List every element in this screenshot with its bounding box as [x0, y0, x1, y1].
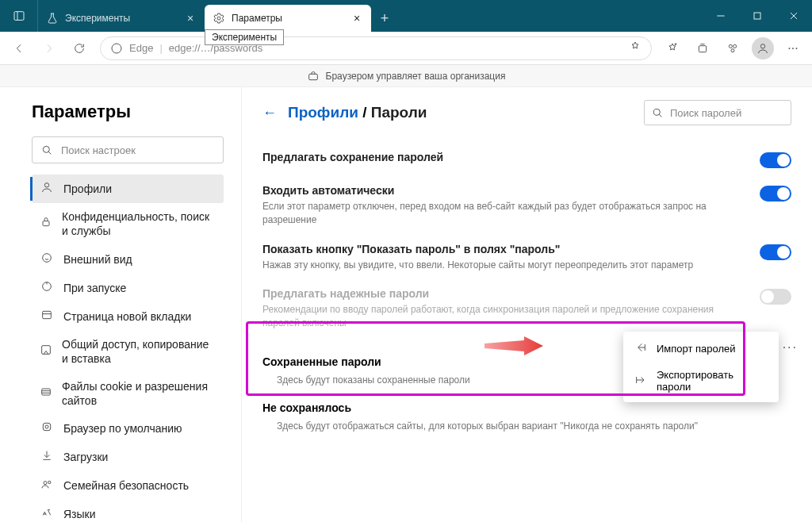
nav-icon — [40, 478, 54, 493]
nav-icon — [40, 386, 52, 401]
extensions-button[interactable] — [718, 36, 747, 61]
svg-point-33 — [44, 482, 47, 485]
managed-text: Браузером управляет ваша организация — [326, 71, 506, 82]
export-icon — [634, 374, 647, 389]
svg-rect-0 — [14, 12, 24, 21]
refresh-button[interactable] — [65, 36, 94, 61]
setting-row: Входить автоматическиЕсли этот параметр … — [262, 176, 791, 235]
reader-icon[interactable] — [629, 40, 642, 56]
nav-label: Страница новой вкладки — [63, 309, 191, 324]
nav-icon — [40, 420, 54, 436]
new-tab-button[interactable]: + — [371, 5, 398, 32]
titlebar: Эксперименты × Параметры × + — [0, 0, 812, 32]
close-icon[interactable]: × — [184, 12, 197, 25]
svg-point-13 — [733, 44, 737, 48]
close-icon[interactable]: × — [350, 12, 363, 25]
breadcrumb: ← Профили / Пароли Поиск паролей — [262, 100, 791, 125]
section-title: Не сохранялось — [262, 401, 791, 414]
search-icon — [651, 106, 664, 119]
sidebar-item[interactable]: Профили — [32, 175, 224, 203]
setting-row: Предлагать надежные паролиРекомендации п… — [262, 279, 791, 338]
annotation-arrow — [485, 336, 543, 355]
svg-point-31 — [45, 425, 48, 428]
setting-title: Предлагать надежные пароли — [262, 287, 728, 300]
nav-label: При запуске — [63, 281, 126, 295]
tab-actions-button[interactable] — [0, 0, 38, 32]
svg-point-21 — [43, 253, 52, 262]
svg-line-42 — [659, 114, 661, 117]
setting-desc: Рекомендации по вводу паролей работают, … — [262, 303, 728, 330]
setting-row: Показать кнопку "Показать пароль" в поля… — [262, 235, 791, 280]
svg-rect-4 — [754, 13, 760, 19]
toggle[interactable] — [760, 152, 791, 168]
menu-button[interactable]: ··· — [779, 36, 807, 61]
nav-icon — [40, 506, 54, 522]
import-passwords[interactable]: Импорт паролей — [623, 335, 779, 363]
sidebar-item[interactable]: Файлы cookie и разрешения сайтов — [32, 373, 224, 414]
tab-experiments[interactable]: Эксперименты × — [38, 5, 205, 32]
nav-icon — [40, 280, 54, 296]
nav-label: Конфиденциальность, поиск и службы — [62, 209, 216, 238]
close-button[interactable] — [776, 0, 812, 32]
svg-rect-16 — [308, 74, 317, 79]
settings-search[interactable]: Поиск настроек — [32, 136, 224, 163]
forward-button[interactable] — [35, 36, 63, 61]
svg-point-17 — [43, 146, 49, 152]
toggle[interactable] — [760, 244, 791, 260]
svg-point-41 — [653, 109, 660, 115]
nav-icon — [40, 309, 54, 324]
maximize-button[interactable] — [739, 0, 776, 32]
more-options-button[interactable]: ··· — [783, 340, 798, 355]
nav-icon — [40, 251, 54, 267]
favorites-button[interactable] — [658, 36, 687, 61]
svg-rect-24 — [43, 311, 52, 318]
setting-title: Показать кнопку "Показать пароль" в поля… — [262, 243, 728, 255]
tab-label: Параметры — [232, 13, 344, 24]
sidebar-item[interactable]: Браузер по умолчанию — [32, 414, 224, 443]
sidebar-item[interactable]: Страница новой вкладки — [32, 302, 224, 331]
nav-label: Браузер по умолчанию — [63, 421, 182, 436]
breadcrumb-current: Пароли — [371, 104, 427, 121]
tab-label: Эксперименты — [65, 13, 178, 24]
collections-button[interactable] — [688, 36, 717, 61]
svg-point-15 — [760, 44, 764, 48]
nav-label: Языки — [63, 507, 96, 521]
flask-icon — [46, 12, 59, 25]
sidebar-item[interactable]: Конфиденциальность, поиск и службы — [32, 203, 224, 244]
profile-button[interactable] — [749, 36, 777, 61]
svg-point-34 — [48, 482, 51, 484]
svg-point-14 — [731, 48, 734, 52]
window-controls — [703, 0, 812, 32]
svg-point-2 — [217, 17, 220, 20]
svg-point-12 — [729, 44, 732, 48]
svg-point-7 — [112, 44, 121, 53]
address-bar[interactable]: Edge | edge://…/passwords — [100, 36, 652, 60]
minimize-button[interactable] — [703, 0, 739, 32]
sidebar-item[interactable]: Общий доступ, копирование и вставка — [32, 331, 224, 372]
sidebar-item[interactable]: Внешний вид — [32, 245, 224, 274]
nav-label: Загрузки — [63, 450, 108, 464]
breadcrumb-back[interactable]: ← — [262, 105, 277, 121]
toggle[interactable] — [760, 186, 791, 202]
breadcrumb-link[interactable]: Профили — [288, 104, 358, 121]
nav-label: Общий доступ, копирование и вставка — [62, 337, 216, 366]
toggle[interactable] — [760, 289, 791, 305]
managed-banner: Браузером управляет ваша организация — [0, 65, 812, 87]
sidebar-item[interactable]: Языки — [32, 500, 224, 522]
back-button[interactable] — [5, 36, 33, 61]
sidebar-item[interactable]: При запуске — [32, 274, 224, 302]
edge-label: Edge — [129, 42, 153, 54]
tab-settings[interactable]: Параметры × — [205, 5, 371, 32]
svg-line-18 — [48, 152, 51, 154]
svg-marker-47 — [485, 336, 543, 355]
setting-row: Предлагать сохранение паролей — [262, 143, 791, 176]
sidebar-item[interactable]: Загрузки — [32, 443, 224, 471]
svg-rect-27 — [42, 389, 51, 395]
nav-icon — [40, 181, 54, 197]
svg-rect-10 — [699, 45, 706, 52]
export-passwords[interactable]: Экспортировать пароли — [623, 363, 779, 399]
sidebar-item[interactable]: Семейная безопасность — [32, 471, 224, 500]
password-search[interactable]: Поиск паролей — [644, 100, 791, 125]
nav-label: Файлы cookie и разрешения сайтов — [62, 379, 216, 408]
settings-main: ← Профили / Пароли Поиск паролей Предлаг… — [242, 87, 812, 522]
